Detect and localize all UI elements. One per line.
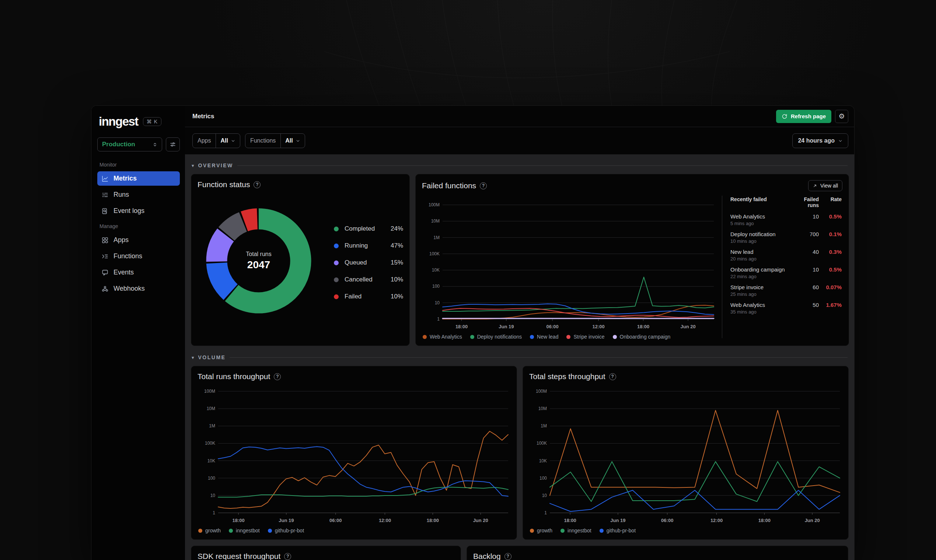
svg-text:10M: 10M: [431, 218, 440, 224]
sdk-request-throughput-title: SDK request throughput: [197, 552, 280, 560]
sdk-request-throughput-card: SDK request throughput ?: [191, 546, 461, 560]
help-icon[interactable]: ?: [480, 182, 487, 189]
function-status-title: Function status: [197, 180, 250, 189]
svg-text:Jun 19: Jun 19: [279, 518, 294, 523]
sidebar-item-label: Functions: [114, 252, 142, 260]
chevron-up-down-icon: [152, 142, 158, 148]
svg-text:Jun 20: Jun 20: [473, 518, 488, 523]
volume-section-header[interactable]: ▾ VOLUME: [192, 352, 848, 362]
sidebar-item-functions[interactable]: Functions: [97, 249, 180, 263]
svg-text:10M: 10M: [538, 406, 547, 411]
status-legend-item: Completed24%: [334, 225, 403, 232]
svg-text:1M: 1M: [433, 235, 440, 240]
failed-functions-chart: 100M10M1M100K10K10010118:00Jun 1906:0012…: [422, 201, 717, 331]
svg-text:10: 10: [211, 493, 216, 498]
time-range-selector[interactable]: 24 hours ago: [792, 133, 848, 148]
failed-function-row[interactable]: Deploy notification10 mins ago7000.1%: [730, 231, 842, 244]
status-legend-item: Queued15%: [334, 259, 403, 266]
view-all-button[interactable]: View all: [808, 180, 842, 191]
total-steps-throughput-chart: 100M10M1M100K10K10010118:00Jun 1906:0012…: [529, 388, 843, 525]
svg-text:12:00: 12:00: [593, 324, 605, 329]
total-runs-label: Total runs: [246, 251, 271, 257]
total-steps-throughput-card: Total steps throughput ? 100M10M1M100K10…: [523, 366, 849, 540]
sidebar-item-label: Webhooks: [114, 285, 145, 292]
sidebar-item-label: Events: [114, 269, 134, 276]
chart-legend-item: New lead: [530, 334, 558, 340]
svg-text:100: 100: [208, 475, 215, 481]
apps-filter-value: All: [220, 137, 228, 144]
volume-section-label: VOLUME: [198, 354, 226, 360]
time-range-value: 24 hours ago: [798, 137, 834, 144]
refresh-icon: [782, 114, 788, 119]
filter-bar: Apps All Functions All 24 hours ago: [185, 127, 854, 155]
chart-legend-item: Stripe invoice: [567, 334, 604, 340]
chart-legend-item: growth: [198, 528, 221, 534]
apps-filter[interactable]: Apps All: [192, 133, 240, 148]
sidebar-item-apps[interactable]: Apps: [97, 233, 180, 247]
failed-function-row[interactable]: Web Analytics5 mins ago100.5%: [730, 213, 842, 226]
svg-text:1M: 1M: [540, 423, 547, 428]
chart-legend-item: inngestbot: [229, 528, 260, 534]
failed-function-row[interactable]: Web Analytics35 mins ago501.67%: [730, 302, 842, 315]
failed-function-row[interactable]: Onboarding campaign22 mins ago100.5%: [730, 266, 842, 279]
sidebar-item-label: Apps: [114, 236, 129, 244]
environment-selector[interactable]: Production: [97, 137, 162, 151]
chart-legend-item: growth: [530, 528, 553, 534]
environment-filter-button[interactable]: [166, 137, 180, 151]
help-icon[interactable]: ?: [609, 373, 616, 380]
svg-text:12:00: 12:00: [379, 518, 391, 523]
refresh-page-button[interactable]: Refresh page: [776, 110, 831, 123]
failed-function-row[interactable]: Stripe invoice25 mins ago600.07%: [730, 284, 842, 297]
help-icon[interactable]: ?: [284, 553, 291, 560]
svg-text:10: 10: [435, 300, 440, 305]
svg-text:Jun 20: Jun 20: [680, 324, 695, 329]
svg-text:18:00: 18:00: [456, 324, 468, 329]
line-chart-icon: [102, 175, 109, 182]
chart-legend-item: github-pr-bot: [600, 528, 636, 534]
overview-section-header[interactable]: ▾ OVERVIEW: [192, 161, 848, 170]
backlog-title: Backlog: [473, 552, 501, 560]
svg-text:100: 100: [539, 475, 547, 481]
svg-text:10K: 10K: [432, 268, 440, 272]
svg-text:Jun 20: Jun 20: [805, 518, 820, 523]
backlog-card: Backlog ?: [466, 546, 848, 560]
arrow-up-right-icon: [813, 183, 817, 188]
svg-text:Jun 19: Jun 19: [499, 324, 514, 329]
sidebar-item-events[interactable]: Events: [97, 265, 180, 280]
function-status-legend: Completed24%Running47%Queued15%Cancelled…: [334, 225, 403, 300]
svg-text:12:00: 12:00: [710, 518, 723, 523]
gear-icon: ⚙: [838, 112, 845, 120]
sidebar-item-metrics[interactable]: Metrics: [97, 171, 180, 186]
functions-filter[interactable]: Functions All: [245, 133, 305, 148]
inngest-logo: inngest: [99, 115, 138, 129]
environment-name: Production: [102, 141, 135, 148]
failed-function-row[interactable]: New lead20 mins ago400.3%: [730, 249, 842, 262]
page-title: Metrics: [192, 113, 214, 120]
recently-failed-table: Recently failedFailed runsRateWeb Analyt…: [725, 194, 842, 340]
command-k-shortcut[interactable]: ⌘ K: [143, 117, 162, 126]
svg-text:100K: 100K: [429, 251, 440, 257]
svg-text:10M: 10M: [207, 406, 215, 411]
help-icon[interactable]: ?: [505, 553, 511, 560]
functions-filter-label: Functions: [245, 134, 281, 148]
help-icon[interactable]: ?: [254, 181, 260, 188]
sidebar-item-event-logs[interactable]: Event logs: [97, 204, 180, 218]
sidebar-item-webhooks[interactable]: Webhooks: [97, 282, 180, 296]
svg-text:Jun 19: Jun 19: [610, 518, 625, 523]
settings-button[interactable]: ⚙: [835, 110, 848, 123]
chart-legend-item: github-pr-bot: [268, 528, 304, 534]
sidebar-item-label: Event logs: [114, 207, 145, 215]
function-status-card: Function status ? Total runs 2047 Comple…: [191, 174, 410, 346]
webhooks-icon: [102, 285, 109, 292]
failed-functions-title: Failed functions: [422, 181, 476, 190]
runs-list-icon: [102, 191, 109, 198]
total-steps-chart-legend: growthinngestbotgithub-pr-bot: [529, 525, 842, 534]
sidebar-item-label: Metrics: [114, 175, 137, 182]
chevron-down-icon: [838, 138, 843, 143]
help-icon[interactable]: ?: [274, 373, 281, 380]
sidebar-item-runs[interactable]: Runs: [97, 188, 180, 202]
collapse-chevron-icon: ▾: [192, 355, 194, 360]
svg-text:06:00: 06:00: [546, 324, 558, 329]
svg-text:10K: 10K: [208, 458, 215, 463]
collapse-chevron-icon: ▾: [192, 163, 194, 168]
